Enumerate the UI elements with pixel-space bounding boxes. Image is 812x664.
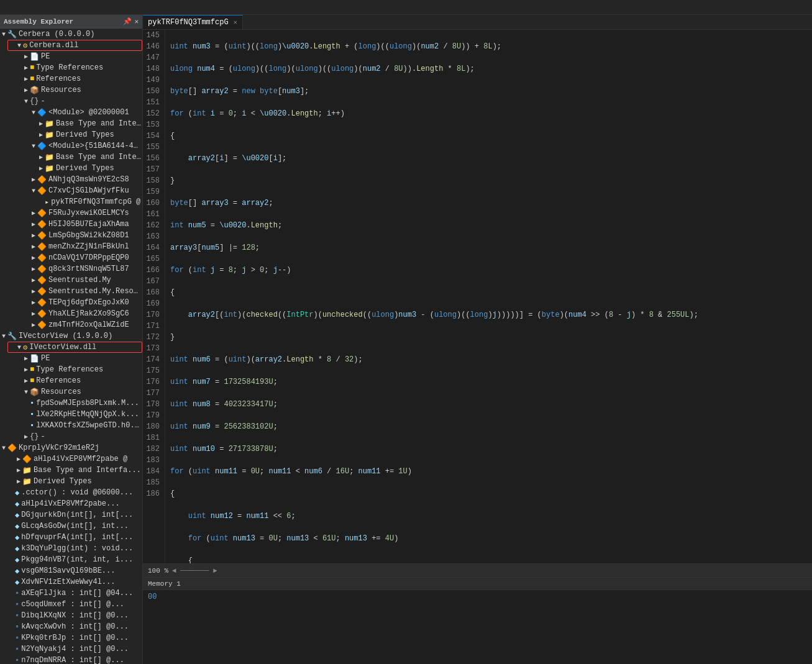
tree-node-cerbera-ns[interactable]: ▼ {} - [15, 96, 142, 107]
memory-panel: Memory 1 00 [143, 577, 812, 664]
tree-node-ivector-refs[interactable]: ▶ ■ References [15, 375, 142, 386]
tree-node-hdfq[interactable]: ◆ hDfqvuprFA(int[], int[... [7, 532, 142, 543]
tree-node-class-c7xv[interactable]: ▼ 🔶 C7xvCjSGlbAWjvfFku [22, 185, 142, 196]
tree-node-glcq[interactable]: ◆ GLcqAsGoDw(int[], int... [7, 521, 142, 532]
tab-close-button[interactable]: ✕ [234, 19, 237, 26]
tree-node-n7nq[interactable]: ▫ n7nqDmNRRA : int[] @... [7, 655, 142, 664]
tree-node-module1-derived[interactable]: ▶ 📁 Derived Types [30, 129, 142, 140]
assembly-explorer-title: Assembly Explorer [4, 18, 73, 25]
tree-node-ncda[interactable]: ▶ 🔶 nCDaVQ1V7DRPppEQP0 [22, 252, 142, 263]
tree-node-class-anhj[interactable]: ▶ 🔶 ANhjqQ3msWn9YE2cS8 [22, 174, 142, 185]
tab-label: pykTRF0fNQ3TmmfcpG [148, 18, 229, 27]
tree-node-module2[interactable]: ▼ 🔷 <Module>{51BA6144-417... [22, 140, 142, 152]
memory-panel-header: Memory 1 [143, 578, 812, 590]
editor-tab-bar: pykTRF0fNQ3TmmfcpG ✕ [143, 15, 812, 30]
tree-node-seentrusted-res[interactable]: ▶ 🔶 Seentrusted.My.Resources [22, 286, 142, 297]
tree-node-menz[interactable]: ▶ 🔶 menZhxZZjN1nFBkUnl [22, 241, 142, 252]
tree-node-kprply-base[interactable]: ▶ 📁 Base Type and Interfa... [7, 465, 142, 476]
memory-panel-title: Memory 1 [148, 580, 181, 588]
tree-node-lmsp[interactable]: ▶ 🔶 LmSpGbgSWi2kkZ08D1 [22, 230, 142, 241]
tree-node-kprply[interactable]: ▼ 🔶 KprplyVkCr92m1eR2j [0, 442, 142, 453]
tree-node-ahlp-class[interactable]: ▶ 🔶 aHlp4iVxEP8VMf2pabe @ [7, 453, 142, 465]
tree-node-res-lxe[interactable]: ▪ lXe2RKpHEtMqQNjQpX.k... [22, 409, 142, 420]
code-scroll-area[interactable]: 145 146 147 148 149 150 151 152 153 154 … [143, 30, 812, 563]
tree-node-ivectorview-dll[interactable]: ▼ ⚙ IVectorView.dll [7, 342, 142, 353]
tree-node-yhax[interactable]: ▶ 🔶 YhaXLEjRak2Xo9SgC6 [22, 308, 142, 319]
tree-node-seentrusted[interactable]: ▶ 🔶 Seentrusted.My [22, 275, 142, 286]
tree-node-dibq[interactable]: ▫ DibqlKXqNX : int[] @0... [7, 610, 142, 621]
line-numbers: 145 146 147 148 149 150 151 152 153 154 … [143, 30, 165, 563]
tree-node-cctor[interactable]: ◆ .cctor() : void @06000... [7, 487, 142, 498]
zoom-level: 100 % [148, 567, 168, 575]
tree-node-ivector-ns[interactable]: ▶ {} - [15, 431, 142, 442]
close-sidebar-button[interactable]: ✕ [134, 17, 139, 25]
tree-node-tepq[interactable]: ▶ 🔶 TEPqj6dgfDxEgoJxK0 [22, 297, 142, 308]
right-panel: pykTRF0fNQ3TmmfcpG ✕ 145 146 147 148 149… [143, 15, 812, 664]
memory-content: 00 [143, 590, 812, 664]
code-text-area: uint num3 = (uint)((long)\u0020.Length +… [165, 30, 812, 563]
tree-node-module1[interactable]: ▼ 🔷 <Module> @02000001 [22, 107, 142, 118]
tree-node-k3dq[interactable]: ◆ k3DqYuPlgg(int) : void... [7, 543, 142, 554]
code-editor: 145 146 147 148 149 150 151 152 153 154 … [143, 30, 812, 577]
pin-button[interactable]: 📌 [123, 17, 132, 25]
assembly-tree: ▼ 🔧 Cerbera (0.0.0.0) ▼ ⚙ Cerbera.dll ▶ … [0, 29, 142, 664]
tab-bar [0, 0, 812, 15]
tree-node-res-fpd[interactable]: ▪ fpdSowMJEpsb8PLxmk.M... [22, 398, 142, 409]
tree-node-vsgg[interactable]: ◆ vsgGM81SavvQl69bBE... [7, 565, 142, 576]
tree-node-kavq[interactable]: ▫ kAvqcXwOvh : int[] @0... [7, 621, 142, 632]
tree-node-xdvn[interactable]: ◆ XdvNFV1zEtXweWwy4l... [7, 576, 142, 588]
tree-node-pyktrf[interactable]: ▸ pykTRF0fNQ3TmmfcpG @ [30, 196, 142, 207]
tree-node-module1-base[interactable]: ▶ 📁 Base Type and Interfa... [30, 118, 142, 129]
tree-node-q8ck[interactable]: ▶ 🔶 q8ck3rtNSNnqW5TL87 [22, 263, 142, 275]
zoom-bar: 100 % ◄ ─────── ► [143, 563, 812, 577]
tree-node-ivectorview-assembly[interactable]: ▼ 🔧 IVectorView (1.9.0.0) [0, 330, 142, 342]
zoom-slider-icon[interactable]: ◄ ─────── ► [172, 567, 217, 575]
tree-node-cerbera-assembly[interactable]: ▼ 🔧 Cerbera (0.0.0.0) [0, 29, 142, 40]
memory-address: 00 [148, 593, 157, 601]
tree-node-kpkq[interactable]: ▫ KPkq0trBJp : int[] @0... [7, 632, 142, 644]
tree-node-cerbera-resources[interactable]: ▶ 📦 Resources [15, 84, 142, 96]
tree-node-ivector-resources[interactable]: ▼ 📦 Resources [15, 386, 142, 398]
assembly-explorer-header: Assembly Explorer 📌 ✕ [0, 15, 142, 29]
tree-node-cerbera-pe[interactable]: ▶ 📄 PE [15, 51, 142, 62]
tree-node-c5oq[interactable]: ▫ c5oqdUmxef : int[] @... [7, 599, 142, 610]
assembly-explorer-panel: Assembly Explorer 📌 ✕ ▼ 🔧 Cerbera (0.0.0… [0, 15, 143, 664]
tree-node-module2-derived[interactable]: ▶ 📁 Derived Types [30, 163, 142, 174]
tree-node-pkgg[interactable]: ◆ Pkgg94nVB7(int, int, i... [7, 554, 142, 565]
tree-node-dgjq[interactable]: ◆ DGjqurkkDn(int[], int[... [7, 509, 142, 521]
tree-node-cerbera-refs[interactable]: ▶ ■ References [15, 73, 142, 84]
tree-node-module2-base[interactable]: ▶ 📁 Base Type and Interfa... [30, 152, 142, 163]
tree-node-res-lxk[interactable]: ▪ lXKAXOtfsXZ5wpeGTD.h0... [22, 420, 142, 431]
tree-node-ivector-typerefs[interactable]: ▶ ■ Type References [15, 364, 142, 375]
tree-node-n2yq[interactable]: ▫ N2YqNyakj4 : int[] @0... [7, 644, 142, 655]
tab-pyktrf[interactable]: pykTRF0fNQ3TmmfcpG ✕ [143, 15, 243, 29]
tree-node-h5ij[interactable]: ▶ 🔶 H5IJ05BU7EajaXhAma [22, 219, 142, 230]
tree-node-ivector-pe[interactable]: ▶ 📄 PE [15, 353, 142, 364]
tree-node-ahlp-ctor[interactable]: ◆ aHlp4iVxEP8VMf2pabe... [7, 498, 142, 509]
tree-node-zm4t[interactable]: ▶ 🔶 zm4TnfH2oxQalWZidE [22, 319, 142, 330]
tree-node-cerbera-type-refs[interactable]: ▶ ■ Type References [15, 62, 142, 73]
tree-node-cerbera-dll[interactable]: ▼ ⚙ Cerbera.dll [7, 40, 142, 51]
tree-node-f5ru[interactable]: ▶ 🔶 F5RuJyxewiKOELMCYs [22, 207, 142, 219]
tree-node-kprply-derived[interactable]: ▶ 📁 Derived Types [7, 476, 142, 487]
tree-node-axeq[interactable]: ▫ aXEqFlJjka : int[] @04... [7, 588, 142, 599]
